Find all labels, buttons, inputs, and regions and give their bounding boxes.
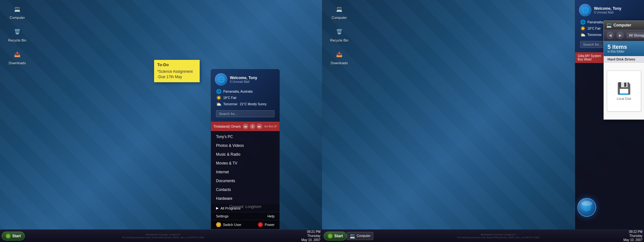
pause-btn-left[interactable]: ⏸ (250, 124, 255, 129)
weather-current-row-left: ☀️ 18°C Fair (216, 95, 275, 101)
menu-item-contacts[interactable]: Contacts (211, 185, 280, 194)
day-left: Thursday (301, 234, 320, 238)
user-name-left: Welcome, Tony (230, 76, 257, 80)
user-name-right: Welcome, Tony (594, 6, 621, 11)
start-button-right[interactable]: Start (324, 232, 347, 240)
recycle-bin-label-right: Recycle Bin (330, 38, 348, 42)
folder-count: 5 items (608, 44, 627, 50)
menu-item-movies[interactable]: Movies & TV (211, 159, 280, 168)
downloads-label-left: Downloads (9, 61, 26, 65)
sticky-note-content: *Science Assignment-Due 17th May (157, 69, 197, 80)
menu-item-music[interactable]: Music & Radio (211, 150, 280, 159)
user-mail-left: 0 Unread Mail (230, 80, 257, 84)
start-label-right: Start (334, 234, 343, 238)
downloads-label-right: Downloads (331, 61, 348, 65)
section-header-drives: Hard Disk Drives (604, 56, 644, 63)
computer-icon-img-left: 💻 (12, 3, 23, 14)
window-toolbar: ◀ ▶ All Storage ▶ Library ▶ Contents 🔍 (604, 30, 644, 41)
drive-thumbnail-icon: 💾 (617, 82, 631, 95)
next-btn-left[interactable]: ⏭ (257, 124, 262, 129)
computer-icon-titlebar: 💻 (606, 23, 612, 28)
window-titlebar: 💻 Computer _ □ ✕ (604, 21, 644, 30)
back-button[interactable]: ◀ (606, 32, 614, 39)
clock-left: 09:21 PM Thursday May 10, 2007 (301, 230, 320, 242)
recycle-bin-icon-right[interactable]: 🗑️ Recycle Bin (328, 26, 350, 42)
build-text-left: Windows® Concept "Longhorn" (122, 233, 204, 236)
prev-btn-left[interactable]: ⏮ (243, 124, 248, 129)
settings-label-left: Settings (216, 214, 229, 218)
help-btn-left[interactable]: Help (267, 214, 275, 218)
drive-thumbnail-label: Local Disk (617, 97, 631, 101)
weather-section-left: 🌐 Parramatta, Australia ☀️ 18°C Fair ⛅ T… (214, 87, 277, 108)
power-label-left: Power (265, 223, 275, 227)
orb-icon-right: 🌐 (583, 203, 591, 211)
cloud-icon-left: ⛅ (216, 101, 221, 107)
forward-button[interactable]: ▶ (616, 32, 624, 39)
menu-item-internet[interactable]: Internet (211, 168, 280, 176)
start-menu-bottom-left: Settings Help (211, 212, 280, 220)
build-text-right: Windows® Concept "Longhorn" (457, 233, 539, 236)
weather-location-left: 🌐 Parramatta, Australia (216, 88, 275, 95)
weather-current-right: 18°C Fair (587, 27, 601, 30)
sun-icon-left: ☀️ (216, 95, 221, 100)
user-section-right: 🌐 Welcome, Tony 0 Unread Mail (578, 3, 641, 18)
start-orb-right (328, 233, 333, 239)
computer-icon-right[interactable]: 💻 Computer (328, 3, 350, 20)
downloads-icon-right[interactable]: 📥 Downloads (328, 49, 350, 65)
time-right: 09:22 PM (623, 230, 642, 234)
taskbar-left: Start Windows® Concept "Longhorn" For te… (0, 229, 322, 242)
user-section-left: 🌐 Welcome, Tony 0 Unread Mail (214, 72, 277, 87)
sticky-note-title: To-Do (157, 62, 197, 67)
switch-user-btn-left[interactable]: Switch User (216, 222, 242, 227)
downloads-img-right: 📥 (334, 49, 345, 60)
taskbar-time-right: 09:22 PM Thursday May 10, 2007 (623, 230, 642, 242)
longhorn-label-left: Concept: Longhorn (211, 205, 280, 209)
recycle-bin-img-left: 🗑️ (12, 26, 23, 37)
menu-item-hardware[interactable]: Hardware (211, 194, 280, 203)
taskbar-right-bar: Start 💻 Computer Windows® Concept "Longh… (322, 229, 644, 242)
computer-icon-img-right: 💻 (334, 3, 345, 14)
user-info-left: Welcome, Tony 0 Unread Mail (230, 76, 257, 84)
start-button-left[interactable]: Start (2, 232, 25, 240)
build-subtext-right: For testing purposes only. Build:4089,pr… (457, 236, 539, 239)
downloads-icon-left[interactable]: 📥 Downloads (6, 49, 28, 65)
user-info-right: Welcome, Tony 0 Unread Mail (594, 6, 621, 14)
build-subtext-left: For testing purposes only. Build:4089,pr… (122, 236, 204, 239)
taskbar-item-computer[interactable]: 💻 Computer (347, 232, 373, 240)
user-avatar-right: 🌐 (579, 4, 591, 16)
sun-icon-right: ☀️ (580, 26, 586, 31)
location-text-left: Parramatta, Australia (223, 90, 253, 93)
computer-label-right: Computer (332, 16, 347, 20)
settings-btn-left[interactable]: Settings (216, 214, 229, 218)
location-icon-left: 🌐 (216, 89, 221, 94)
folder-info: 5 items in this folder (608, 44, 627, 53)
desktop-icons-left: 💻 Computer 🗑️ Recycle Bin 📥 Downloads (6, 3, 28, 65)
weather-tomorrow-left: Tomorrow: (223, 102, 238, 106)
search-bar-left[interactable]: Search for... (216, 110, 275, 117)
desktop-icons-right: 💻 Computer 🗑️ Recycle Bin 📥 Downloads (328, 3, 350, 65)
address-bar[interactable]: All Storage ▶ Library ▶ Contents (626, 32, 644, 38)
folder-subtitle: in this folder (608, 50, 627, 53)
desktop-orb-right[interactable]: 🌐 (577, 198, 596, 217)
clock-right: 09:22 PM Thursday May 10, 2007 (623, 230, 642, 242)
recycle-bin-img-right: 🗑️ (334, 26, 345, 37)
taskbar-computer-icon: 💻 (350, 233, 355, 239)
date-right: May 10, 2007 (623, 238, 642, 242)
weather-tomorrow-row-left: ⛅ Tomorrow: 21°C Mostly Sunny (216, 101, 275, 107)
music-right-left: Ice Box (F (264, 125, 277, 128)
switch-user-icon-left (216, 222, 221, 227)
time-left: 09:21 PM (301, 230, 320, 234)
recycle-bin-icon-left[interactable]: 🗑️ Recycle Bin (6, 26, 28, 42)
start-label-left: Start (12, 234, 21, 238)
start-menu-top-left: 🌐 Welcome, Tony 0 Unread Mail 🌐 Parramat… (211, 69, 280, 122)
user-avatar-left: 🌐 (215, 73, 227, 86)
menu-item-tonyspc[interactable]: Tony's PC (211, 132, 280, 141)
menu-item-documents[interactable]: Documents (211, 176, 280, 185)
user-mail-right: 0 Unread Mail (594, 11, 621, 14)
music-track-left: Timbaland() Omarion (214, 125, 241, 128)
music-controls-left: ⏮ ⏸ ⏭ (243, 124, 262, 129)
menu-item-photos[interactable]: Photos & Videos (211, 141, 280, 150)
power-btn-left[interactable]: Power (258, 222, 275, 227)
computer-icon-left[interactable]: 💻 Computer (6, 3, 28, 20)
left-desktop: 💻 Computer 🗑️ Recycle Bin 📥 Downloads To… (0, 0, 322, 242)
